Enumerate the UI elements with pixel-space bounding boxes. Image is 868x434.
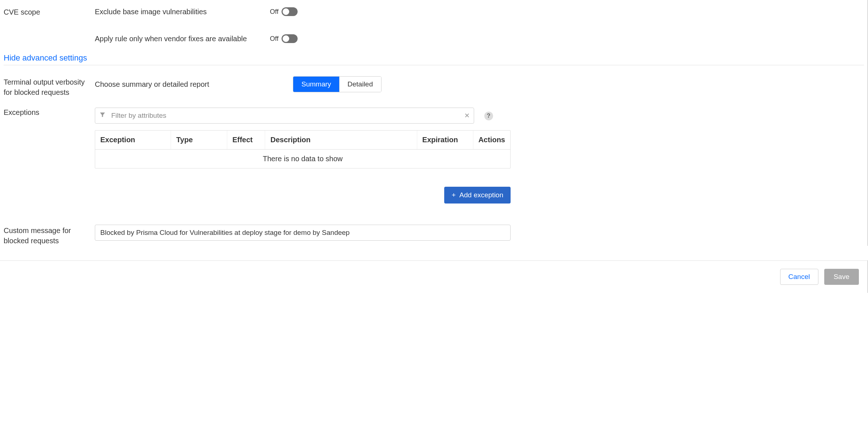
verbosity-segment: Summary Detailed — [293, 76, 381, 92]
verbosity-label: Terminal output verbosity for blocked re… — [4, 76, 95, 97]
exceptions-empty: There is no data to show — [95, 150, 510, 168]
hide-advanced-link[interactable]: Hide advanced settings — [4, 53, 87, 65]
clear-filter-icon[interactable]: ✕ — [464, 112, 470, 120]
custom-message-input[interactable] — [95, 225, 511, 241]
exclude-base-state: Off — [270, 8, 279, 16]
exceptions-filter-input[interactable] — [95, 108, 474, 124]
footer: Cancel Save — [0, 260, 868, 293]
vendor-fixes-state: Off — [270, 35, 279, 43]
vendor-fixes-label: Apply rule only when vendor fixes are av… — [95, 35, 270, 43]
exceptions-label: Exceptions — [4, 108, 95, 117]
col-actions: Actions — [473, 131, 510, 149]
plus-icon: + — [452, 191, 456, 199]
help-icon[interactable]: ? — [484, 112, 493, 120]
filter-icon — [99, 112, 106, 120]
add-exception-button[interactable]: + Add exception — [444, 187, 511, 204]
col-type: Type — [171, 131, 227, 149]
verbosity-detailed-button[interactable]: Detailed — [339, 77, 381, 92]
custom-message-label: Custom message for blocked requests — [4, 225, 95, 246]
add-exception-label: Add exception — [460, 191, 503, 199]
exclude-base-label: Exclude base image vulnerabilities — [95, 8, 270, 16]
exceptions-table: Exception Type Effect Description Expira… — [95, 130, 511, 168]
save-button[interactable]: Save — [824, 269, 859, 285]
vendor-fixes-toggle[interactable] — [282, 34, 298, 43]
verbosity-desc: Choose summary or detailed report — [95, 80, 209, 89]
exclude-base-toggle[interactable] — [282, 7, 298, 16]
verbosity-summary-button[interactable]: Summary — [293, 77, 339, 92]
col-description: Description — [265, 131, 417, 149]
cve-scope-label: CVE scope — [4, 7, 95, 16]
col-effect: Effect — [227, 131, 265, 149]
cancel-button[interactable]: Cancel — [780, 269, 818, 285]
divider — [4, 65, 864, 65]
col-expiration: Expiration — [417, 131, 473, 149]
col-exception: Exception — [95, 131, 171, 149]
